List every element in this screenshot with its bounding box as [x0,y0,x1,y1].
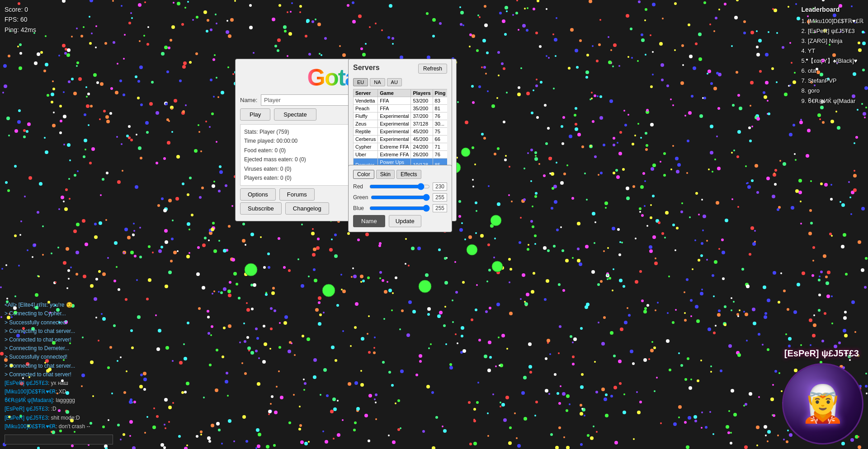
leaderboard-entry-8: 8. goro [801,86,863,96]
leaderboard-entry-7: 7. StefanPVP [801,76,863,86]
blue-label: Blue [353,205,367,211]
chat-line: > Successfully connected! [5,318,90,327]
forums-button[interactable]: Forums [279,188,315,201]
blue-value[interactable] [433,204,447,212]
chat-messages: <All> [Elite4] εℓĭτε: you're 😏> Connecti… [5,301,90,431]
chat-line: > Connecting to Cypher... [5,309,90,318]
server-row[interactable]: UberExtreme FFA26/20076 [354,151,448,159]
green-label: Green [353,194,368,201]
tab-effects[interactable]: Effects [396,170,421,179]
ping-display: Ping: 42ms [5,25,36,35]
red-slider-row: Red [353,182,447,191]
chat-line: <All> [Elite4] εℓĭτε: you're 😏 [5,301,90,309]
hud-overlay: Score: 0 FPS: 60 Ping: 42ms [5,5,36,35]
region-au[interactable]: AU [387,78,402,86]
leaderboard-entry-9: 9. ϐ€Ɍ◎ИЌ ψ[Madar [801,96,863,106]
name-label: Name: [240,97,258,103]
region-eu[interactable]: EU [353,78,368,86]
leaderboard-entries: 1. [Miku100]D£$Ŧℝ♥£ℝ2. [EsPeR] ψ£J5Ŧ£33.… [801,16,863,106]
avatar-name: [EsPeR] ψ£J5Ŧ£3 [784,348,859,359]
chat-input[interactable] [5,435,113,444]
server-row[interactable]: VendettaFFA53/20083 [354,97,448,105]
avatar-circle: 🧝 [782,363,863,444]
chat-line: [Miku100]D£$Ŧℝ♥€Ɍ: don't crash -- [5,422,90,431]
leaderboard-entry-4: 4. YT [801,46,863,56]
chat-line: [Miku100]D£$Ŧℝ♥€Ɍ: XD [5,388,90,396]
chat-input-bar[interactable] [5,435,113,444]
region-na[interactable]: NA [370,78,385,86]
servers-title: Servers [353,64,380,72]
leaderboard-entry-6: 6. ota [801,66,863,76]
color-actions: Name Update [353,215,447,227]
leaderboard-title: Leaderboard [801,5,863,15]
score-display: Score: 0 [5,5,36,14]
server-table: Server Game Players Ping VendettaFFA53/2… [353,89,447,177]
col-players: Players [411,89,433,97]
chat-line: [EsPeR] ψ£J5Ŧ£3: shit mode:D [5,414,90,422]
col-server: Server [354,89,378,97]
color-panel: Color Skin Effects Red Green Blue Name U… [348,165,452,232]
region-tabs: EU NA AU [353,78,447,86]
red-value[interactable] [433,182,447,191]
server-table-container[interactable]: Server Game Players Ping VendettaFFA53/2… [353,89,447,177]
chat-line: > Connecting to chat server... [5,362,90,370]
server-row[interactable]: PeachFFA35/20081 [354,105,448,112]
chat-line: > Connecting to chat server... [5,327,90,336]
player-avatar-container: [EsPeR] ψ£J5Ŧ£3 🧝 [782,363,863,444]
tab-color[interactable]: Color [353,170,374,179]
server-row[interactable]: CerberusExperimental45/20066 [354,136,448,143]
leaderboard-entry-2: 2. [EsPeR] ψ£J5Ŧ£3 [801,26,863,36]
fps-display: FPS: 60 [5,14,36,24]
tab-skin[interactable]: Skin [376,170,395,179]
chat-line: > Connected to chat server! [5,370,90,379]
subscribe-button[interactable]: Subscribe [240,202,282,215]
chat-line: > Connecting to Demeter... [5,344,90,353]
green-slider-row: Green [353,193,447,201]
update-button[interactable]: Update [389,215,421,227]
refresh-button[interactable]: Refresh [418,64,447,74]
server-row[interactable]: CypherExtreme FFA24/20071 [354,143,448,151]
blue-slider[interactable] [369,205,430,211]
leaderboard-entry-5: 5. 【εαϛΥ】♠[Black]♥ [801,56,863,66]
leaderboard-entry-3: 3. [ZARG] Ninja [801,36,863,46]
leaderboard-panel: Leaderboard 1. [Miku100]D£$Ŧℝ♥£ℝ2. [EsPe… [801,5,863,106]
options-button[interactable]: Options [240,188,276,201]
col-ping: Ping [433,89,447,97]
server-row[interactable]: ZeusExperimental37/12830... [354,120,448,128]
servers-panel: Servers Refresh EU NA AU Server Game Pla… [348,59,452,182]
chat-line: > Successfully connected! [5,353,90,361]
chat-line: > Connected to chat server! [5,336,90,344]
red-label: Red [353,183,367,190]
green-value[interactable] [433,193,447,201]
color-tabs: Color Skin Effects [353,170,447,179]
chat-line: [EsPeR] ψ£J5Ŧ£3: :D [5,405,90,413]
green-slider[interactable] [371,194,430,201]
chat-line: ϐ€Ɍ◎ИЌ ψ[Madara]: laggggg [5,396,90,405]
chat-overlay: <All> [Elite4] εℓĭτε: you're 😏> Connecti… [5,301,90,431]
name-button[interactable]: Name [353,215,385,227]
col-game: Game [378,89,411,97]
spectate-button[interactable]: Spectate [274,108,316,121]
play-button[interactable]: Play [240,108,270,121]
leaderboard-entry-1: 1. [Miku100]D£$Ŧℝ♥£ℝ [801,16,863,26]
server-row[interactable]: ReptileExperimental45/20075 [354,128,448,136]
changelog-button[interactable]: Changelog [285,202,329,215]
chat-line: [EsPeR] ψ£J5Ŧ£3: yx наш [5,379,90,388]
blue-slider-row: Blue [353,204,447,212]
red-slider[interactable] [369,183,430,190]
server-row[interactable]: FluffyExperimental37/20076 [354,112,448,120]
